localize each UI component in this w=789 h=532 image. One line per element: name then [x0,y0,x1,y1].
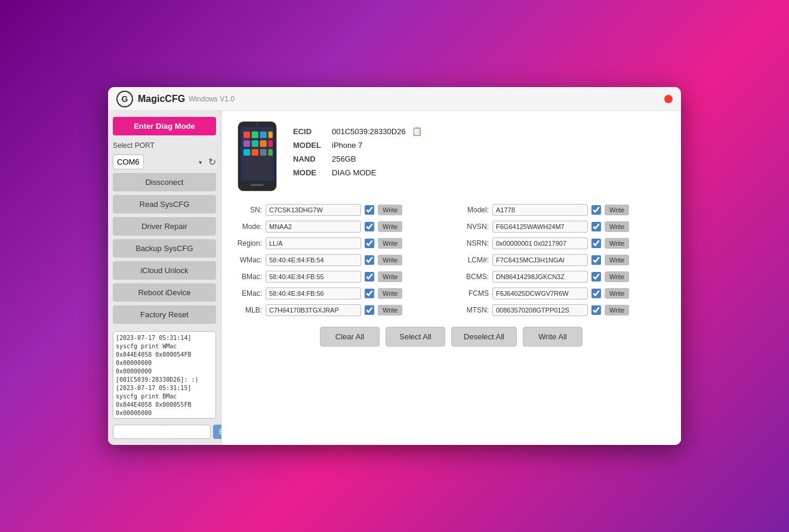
svg-point-20 [257,123,258,125]
write-all-button[interactable]: Write All [523,327,582,347]
field-write-bmac[interactable]: Write [378,271,402,282]
field-input-emac[interactable] [266,287,361,299]
field-input-lcm[interactable] [492,254,588,266]
factory-reset-button[interactable]: Factory Reset [113,305,216,324]
field-check-nvsn[interactable] [591,222,601,231]
field-check-bcms[interactable] [591,272,601,282]
nand-label: NAND [293,154,326,163]
read-syscfg-button[interactable]: Read SysCFG [113,195,216,214]
clear-all-button[interactable]: Clear All [320,327,380,347]
field-write-lcm[interactable]: Write [605,255,629,265]
app-logo-icon: G [116,91,133,107]
field-input-model[interactable] [492,204,588,216]
app-window: G MagicCFG Windows V1.0 Enter Diag Mode … [108,87,681,445]
deselect-all-button[interactable]: Deselect All [451,327,517,347]
field-write-nsrn[interactable]: Write [605,238,629,249]
field-check-sn[interactable] [365,205,374,215]
reboot-idevice-button[interactable]: Reboot iDevice [113,283,216,302]
device-details: ECID 001C5039:28330D26 📋 MODEL iPhone 7 … [293,120,422,177]
close-button[interactable] [664,95,673,103]
app-title: MagicCFG [138,94,185,104]
field-write-wmac[interactable]: Write [378,255,402,265]
field-row-left-4: BMac: Write [233,271,442,283]
device-info-row: ECID 001C5039:28330D26 📋 MODEL iPhone 7 … [233,120,669,192]
field-input-fcms[interactable] [492,287,588,299]
field-write-mtsn[interactable]: Write [605,305,629,316]
field-check-bmac[interactable] [365,272,374,282]
field-row-left-5: EMac: Write [233,287,442,299]
field-write-mlb[interactable]: Write [378,305,402,316]
field-label-emac: EMac: [233,289,262,298]
disconnect-button[interactable]: Dissconect [113,173,216,191]
field-input-nsrn[interactable] [492,237,588,249]
icloud-unlock-button[interactable]: iCloud Unlock [113,261,216,280]
field-write-nvsn[interactable]: Write [605,221,629,232]
svg-rect-7 [252,131,258,138]
field-row-left-1: Mode: Write [233,221,442,233]
title-bar: G MagicCFG Windows V1.0 [108,87,681,111]
backup-syscfg-button[interactable]: Backup SysCFG [113,239,216,258]
svg-rect-15 [252,149,258,156]
field-check-mlb[interactable] [365,305,374,315]
driver-repair-button[interactable]: Driver Repair [113,217,216,236]
field-write-mode[interactable]: Write [378,221,402,232]
nand-value: 256GB [332,154,356,163]
field-check-mtsn[interactable] [591,305,601,315]
field-check-fcms[interactable] [591,289,601,298]
field-row-right-6: MTSN: Write [460,304,669,316]
mode-value: DIAG MODE [332,168,376,177]
field-row-left-6: MLB: Write [233,304,442,316]
field-row-left-2: Region: Write [233,237,442,249]
mode-label: MODE [293,168,326,177]
app-version: Windows V1.0 [189,95,235,103]
field-row-left-3: WMac: Write [233,254,442,266]
field-check-model[interactable] [591,205,601,215]
field-input-mlb[interactable] [266,304,361,316]
field-write-model[interactable]: Write [605,205,629,215]
field-label-nvsn: NVSN: [460,222,489,231]
svg-rect-6 [244,131,250,138]
bottom-buttons: Clear AllSelect AllDeselect AllWrite All [233,327,669,347]
exec-row: Exec [113,425,216,439]
svg-rect-11 [252,140,258,147]
copy-ecid-icon[interactable]: 📋 [412,126,422,136]
field-input-nvsn[interactable] [492,221,588,233]
field-write-region[interactable]: Write [378,238,402,249]
exec-input[interactable] [113,425,211,439]
field-input-sn[interactable] [266,204,361,216]
field-input-mode[interactable] [266,221,361,233]
field-check-nsrn[interactable] [591,239,601,248]
svg-rect-18 [251,184,264,186]
field-input-region[interactable] [266,237,361,249]
field-write-sn[interactable]: Write [378,205,402,215]
field-write-fcms[interactable]: Write [605,288,629,299]
field-write-bcms[interactable]: Write [605,271,629,282]
log-line: [2023-07-17 05:31:15] syscfg print BMac [116,384,213,401]
field-input-bcms[interactable] [492,271,588,283]
main-content: ECID 001C5039:28330D26 📋 MODEL iPhone 7 … [221,111,681,445]
ecid-row: ECID 001C5039:28330D26 📋 [293,126,422,136]
enter-diag-button[interactable]: Enter Diag Mode [113,117,216,135]
field-check-emac[interactable] [365,289,374,298]
log-line: 0x00000000 [116,367,213,376]
model-label: MODEL [293,141,326,150]
port-select[interactable]: COM6 [113,154,144,169]
port-refresh-button[interactable]: ↻ [208,156,216,168]
field-input-mtsn[interactable] [492,304,588,316]
svg-rect-16 [260,149,267,156]
field-label-nsrn: NSRN: [460,239,489,248]
log-line: 0x844E4058 0x000054FB 0x00000000 [116,351,213,367]
field-row-right-4: BCMS: Write [460,271,669,283]
field-check-mode[interactable] [365,222,374,231]
ecid-value: 001C5039:28330D26 [332,127,406,136]
svg-text:G: G [122,94,128,104]
field-label-model: Model: [460,206,489,214]
field-check-region[interactable] [365,239,374,248]
field-write-emac[interactable]: Write [378,288,402,299]
field-check-lcm[interactable] [591,255,601,265]
select-all-button[interactable]: Select All [386,327,445,347]
field-input-bmac[interactable] [266,271,361,283]
select-port-label: Select PORT [113,141,216,150]
field-check-wmac[interactable] [365,255,374,265]
field-input-wmac[interactable] [266,254,361,266]
